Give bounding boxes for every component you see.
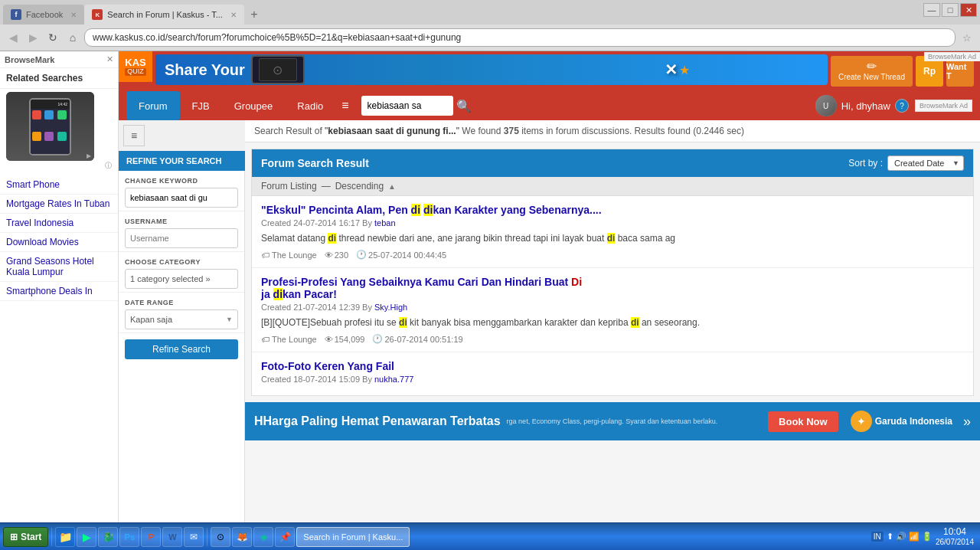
taskbar-firefox-icon[interactable]: 🦊 — [232, 527, 252, 547]
nav-grid-icon[interactable]: ≡ — [335, 99, 354, 113]
sidebar-link-movies[interactable]: Download Movies — [0, 233, 118, 252]
sort-select[interactable]: Created Date — [887, 156, 964, 171]
create-thread-button[interactable]: ✏ Create New Thread — [831, 56, 913, 87]
result-1-tag-link[interactable]: The Lounge — [272, 250, 317, 260]
page-wrapper: f Facebook ✕ K Search in Forum | Kaskus … — [0, 0, 980, 550]
nav-fjb[interactable]: FJB — [180, 91, 222, 120]
taskbar-divider-2 — [207, 528, 207, 546]
taskbar-media-icon[interactable]: ▶ — [77, 527, 96, 547]
refine-category-section: CHOOSE CATEGORY 1 category selected » — [119, 252, 244, 293]
list-icon: ≡ — [131, 129, 137, 142]
sidebar-link-mortgage[interactable]: Mortgage Rates In Tuban — [0, 195, 118, 214]
window-controls: — □ ✕ — [923, 3, 980, 17]
sidebar-link-hotel[interactable]: Grand Seasons Hotel Kuala Lumpur — [0, 252, 118, 282]
main-layout: BrowseMark ✕ Related Searches 14:42 — [0, 51, 980, 550]
forum-listing-bar[interactable]: Forum Listing — Descending ▲ — [252, 177, 973, 196]
firefox-icon: 🦊 — [237, 532, 248, 542]
clock-icon: 🕐 — [356, 250, 367, 260]
browsemark-close[interactable]: ✕ — [106, 54, 113, 64]
result-3-author[interactable]: nukha.777 — [374, 375, 413, 384]
browsemark-ad-nav: BrowseMark Ad — [915, 100, 972, 112]
taskbar-icon-3[interactable]: 🐉 — [98, 527, 118, 547]
result-1-title[interactable]: "Ekskul" Pencinta Alam, Pen di dikan Kar… — [261, 204, 964, 216]
new-tab-button[interactable]: + — [244, 5, 264, 25]
maximize-button[interactable]: □ — [942, 3, 959, 17]
result-2-title[interactable]: Profesi-Profesi Yang Sebaiknya Kamu Cari… — [261, 276, 964, 300]
taskbar-ppt-icon[interactable]: P — [141, 527, 161, 547]
sidebar-phone-image-wrapper: 14:42 ▶ — [0, 89, 118, 174]
taskbar-chrome-icon[interactable]: ⊙ — [211, 527, 230, 547]
nav-groupee[interactable]: Groupee — [222, 91, 286, 120]
taskbar-pin-icon[interactable]: 📌 — [275, 527, 295, 547]
found-count: 375 — [504, 126, 519, 136]
date-select[interactable]: Kapan saja ▼ — [125, 309, 238, 329]
sidebar-link-travel[interactable]: Travel Indonesia — [0, 214, 118, 233]
book-now-button[interactable]: Book Now — [768, 411, 838, 432]
sidebar-link-smartphone[interactable]: Smart Phone — [0, 175, 118, 195]
language-indicator: IN — [871, 532, 884, 542]
keyword-input[interactable] — [125, 188, 238, 208]
forward-button[interactable]: ▶ — [24, 29, 41, 46]
taskbar-divider-1 — [51, 528, 52, 546]
garuda-name: Garuda Indonesia — [875, 416, 952, 427]
category-select[interactable]: 1 category selected » — [125, 269, 238, 289]
ps-icon: Ps — [125, 532, 135, 542]
banner-text: Share Your — [165, 61, 245, 79]
taskbar-email-icon[interactable]: ✉ — [184, 527, 204, 547]
taskbar-icon-misc[interactable]: ◈ — [253, 527, 273, 547]
minimize-button[interactable]: — — [923, 3, 940, 17]
result-2-tag: 🏷 The Lounge — [261, 335, 317, 344]
taskbar: ⊞ Start 📁 ▶ 🐉 Ps P W ✉ ⊙ 🦊 — [0, 522, 980, 550]
username-input[interactable] — [125, 228, 238, 248]
result-2-author[interactable]: Sky.High — [374, 303, 407, 312]
list-icon-button[interactable]: ≡ — [123, 125, 145, 146]
nav-forum[interactable]: Forum — [126, 91, 180, 120]
back-button[interactable]: ◀ — [5, 29, 21, 46]
result-3-title[interactable]: Foto-Foto Keren Yang Fail — [261, 360, 964, 372]
icon3: 🐉 — [103, 532, 114, 542]
tab-kaskus[interactable]: K Search in Forum | Kaskus - T... ✕ — [84, 5, 244, 25]
nav-search-input[interactable] — [361, 96, 453, 116]
tab-facebook-label: Facebook — [26, 10, 63, 19]
nav-search-button[interactable]: 🔍 — [456, 99, 472, 113]
refine-header: REFINE YOUR SEARCH — [119, 151, 245, 171]
result-2-views: 👁 154,099 — [325, 335, 365, 344]
category-value: 1 category selected » — [130, 274, 211, 283]
result-1-views: 👁 230 — [325, 250, 348, 260]
sidebar-link-deals[interactable]: Smartphone Deals In — [0, 282, 118, 301]
address-input[interactable] — [84, 28, 956, 47]
browsemark-panel: BrowseMark ✕ Related Searches 14:42 — [0, 51, 119, 550]
banner-x-icon: ✕ ★ — [665, 61, 690, 79]
bookmark-star[interactable]: ☆ — [959, 29, 975, 46]
ad-collapse-button[interactable]: » — [963, 414, 971, 430]
tab-kaskus-close[interactable]: ✕ — [230, 11, 237, 19]
kaskus-top-header: KAS QUIZ Share Your ⊙ ✕ ★ — [119, 51, 980, 91]
related-searches-title: Related Searches — [0, 68, 118, 89]
chrome-icon: ⊙ — [217, 532, 224, 542]
start-button[interactable]: ⊞ Start — [3, 527, 48, 547]
result-2-tag-link[interactable]: The Lounge — [272, 335, 317, 344]
result-2-snippet: [B][QUOTE]Sebuah profesi itu se di kit b… — [261, 316, 964, 329]
result-1-author[interactable]: teban — [374, 218, 396, 228]
pin-icon: 📌 — [279, 532, 291, 542]
nav-radio[interactable]: Radio — [285, 91, 335, 120]
home-button[interactable]: ⌂ — [64, 29, 81, 46]
taskbar-word-icon[interactable]: W — [162, 527, 182, 547]
bottom-ad-subtext: rga net, Economy Class, pergi-pulang. Sy… — [507, 417, 718, 425]
views-icon: 👁 — [325, 250, 333, 260]
result-2-date-value: 26-07-2014 00:51:19 — [384, 335, 462, 344]
sidebar-phone-image: 14:42 ▶ — [6, 92, 94, 161]
taskbar-ps-icon[interactable]: Ps — [119, 527, 139, 547]
result-item-1: "Ekskul" Pencinta Alam, Pen di dikan Kar… — [252, 196, 973, 268]
taskbar-clock[interactable]: 10:04 26/07/2014 — [936, 526, 974, 546]
help-button[interactable]: ? — [895, 99, 909, 113]
refine-search-button[interactable]: Refine Search — [125, 339, 238, 359]
taskbar-kaskus-task[interactable]: Search in Forum | Kasku... — [296, 527, 410, 547]
tab-facebook-close[interactable]: ✕ — [70, 11, 77, 19]
tab-bar: f Facebook ✕ K Search in Forum | Kaskus … — [0, 0, 980, 25]
taskbar-explorer-icon[interactable]: 📁 — [55, 527, 75, 547]
refresh-button[interactable]: ↻ — [44, 29, 61, 46]
refine-keyword-section: CHANGE KEYWORD — [119, 171, 244, 211]
tab-facebook[interactable]: f Facebook ✕ — [3, 5, 84, 25]
close-window-button[interactable]: ✕ — [960, 3, 977, 17]
